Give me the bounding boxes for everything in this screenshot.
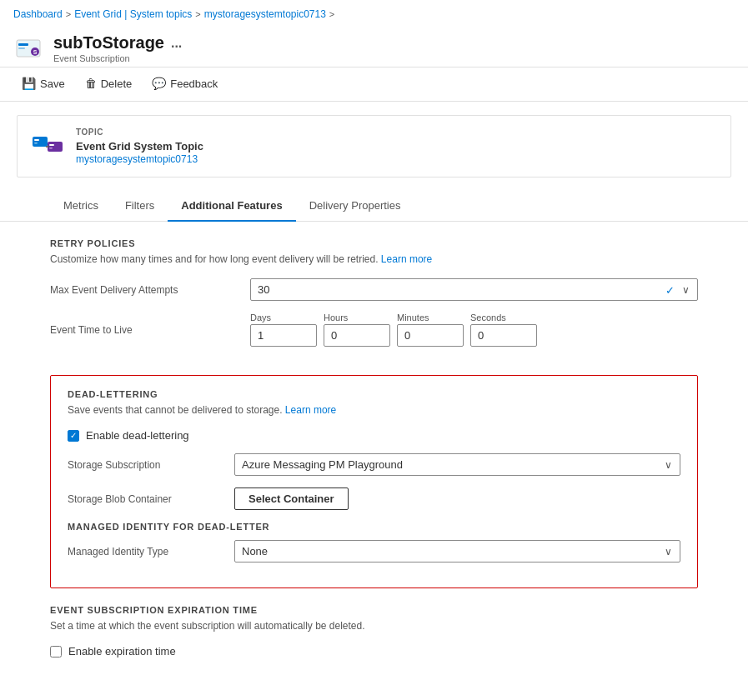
storage-sub-label: Storage Subscription <box>68 459 234 471</box>
hours-input[interactable] <box>324 324 390 347</box>
tab-filters[interactable]: Filters <box>112 191 168 222</box>
topic-card: TOPIC Event Grid System Topic mystorages… <box>17 115 731 178</box>
dead-letter-desc: Save events that cannot be delivered to … <box>68 404 680 416</box>
dead-letter-section: DEAD-LETTERING Save events that cannot b… <box>50 375 698 588</box>
identity-title: MANAGED IDENTITY FOR DEAD-LETTER <box>68 522 680 532</box>
identity-type-label: Managed Identity Type <box>68 546 234 558</box>
days-group: Days <box>250 312 317 347</box>
identity-type-control: None <box>234 540 680 562</box>
days-input[interactable] <box>250 324 317 347</box>
seconds-group: Seconds <box>470 312 537 347</box>
enable-dl-checkbox[interactable] <box>68 430 79 442</box>
max-attempts-select-wrapper: 30 ✓ <box>250 278 698 301</box>
tab-metrics[interactable]: Metrics <box>50 191 112 222</box>
expiration-section: EVENT SUBSCRIPTION EXPIRATION TIME Set a… <box>0 588 748 674</box>
topic-icon <box>31 130 64 163</box>
tabs: Metrics Filters Additional Features Deli… <box>0 191 748 222</box>
hours-group: Hours <box>324 312 390 347</box>
blob-container-label: Storage Blob Container <box>68 493 234 505</box>
svg-rect-6 <box>34 139 39 141</box>
identity-type-row: Managed Identity Type None <box>68 540 680 562</box>
delete-button[interactable]: 🗑 Delete <box>77 72 141 94</box>
page-header: S subToStorage ... Event Subscription <box>0 28 748 68</box>
subscription-icon: S <box>13 33 43 63</box>
select-container-button[interactable]: Select Container <box>234 488 349 510</box>
days-label: Days <box>250 312 317 322</box>
retry-desc: Customize how many times and for how lon… <box>50 253 698 265</box>
save-icon: 💾 <box>22 77 36 90</box>
topic-label: TOPIC <box>76 128 203 137</box>
ttl-row: Event Time to Live Days Hours Minutes <box>50 312 698 347</box>
seconds-input[interactable] <box>470 324 537 347</box>
svg-rect-5 <box>33 137 48 147</box>
save-button[interactable]: 💾 Save <box>13 72 73 94</box>
delete-icon: 🗑 <box>85 77 97 90</box>
svg-text:S: S <box>33 49 38 55</box>
topic-info: TOPIC Event Grid System Topic mystorages… <box>76 128 203 165</box>
storage-sub-row: Storage Subscription Azure Messaging PM … <box>68 453 680 476</box>
svg-rect-2 <box>18 48 25 49</box>
max-attempts-select[interactable]: 30 <box>250 278 698 301</box>
toolbar: 💾 Save 🗑 Delete 💬 Feedback <box>0 68 748 102</box>
expiration-title: EVENT SUBSCRIPTION EXPIRATION TIME <box>50 605 698 615</box>
svg-rect-8 <box>48 142 63 152</box>
retry-learn-more[interactable]: Learn more <box>381 253 432 265</box>
enable-dl-label: Enable dead-lettering <box>86 429 189 442</box>
svg-rect-1 <box>18 43 28 46</box>
storage-sub-select-wrapper: Azure Messaging PM Playground <box>234 453 680 476</box>
breadcrumb-sep-1: > <box>66 9 71 19</box>
seconds-label: Seconds <box>470 312 537 322</box>
page-title: subToStorage ... <box>53 33 182 52</box>
breadcrumb-topic[interactable]: mystoragesystemtopic0713 <box>204 8 326 20</box>
enable-dl-row: Enable dead-lettering <box>68 429 680 442</box>
enable-expiration-label: Enable expiration time <box>68 645 176 658</box>
topic-name: Event Grid System Topic <box>76 140 203 152</box>
retry-section: RETRY POLICIES Customize how many times … <box>0 222 748 375</box>
feedback-button[interactable]: 💬 Feedback <box>143 72 226 94</box>
storage-sub-control: Azure Messaging PM Playground <box>234 453 680 476</box>
ttl-control: Days Hours Minutes Seconds <box>250 312 698 347</box>
blob-container-row: Storage Blob Container Select Container <box>68 488 680 510</box>
minutes-input[interactable] <box>397 324 464 347</box>
page-subtitle: Event Subscription <box>53 53 182 63</box>
hours-label: Hours <box>324 312 390 322</box>
time-inputs: Days Hours Minutes Seconds <box>250 312 698 347</box>
identity-type-select[interactable]: None <box>234 540 680 562</box>
topic-link[interactable]: mystoragesystemtopic0713 <box>76 153 198 165</box>
tab-additional[interactable]: Additional Features <box>168 191 295 222</box>
feedback-icon: 💬 <box>152 77 166 90</box>
enable-expiration-row: Enable expiration time <box>50 645 698 658</box>
storage-sub-select[interactable]: Azure Messaging PM Playground <box>234 453 680 476</box>
blob-container-control: Select Container <box>234 488 680 510</box>
svg-rect-10 <box>49 148 53 149</box>
svg-rect-9 <box>49 144 54 146</box>
page-title-block: subToStorage ... Event Subscription <box>53 33 182 63</box>
breadcrumb: Dashboard > Event Grid | System topics >… <box>0 0 748 28</box>
dead-letter-learn-more[interactable]: Learn more <box>285 404 336 416</box>
dead-letter-title: DEAD-LETTERING <box>68 389 680 399</box>
max-attempts-control: 30 ✓ <box>250 278 698 301</box>
breadcrumb-sep-2: > <box>195 9 200 19</box>
max-attempts-label: Max Event Delivery Attempts <box>50 284 250 296</box>
max-attempts-row: Max Event Delivery Attempts 30 ✓ <box>50 278 698 301</box>
svg-rect-7 <box>34 142 38 144</box>
minutes-label: Minutes <box>397 312 464 322</box>
more-options[interactable]: ... <box>171 36 182 51</box>
breadcrumb-sep-3: > <box>329 9 334 19</box>
identity-select-wrapper: None <box>234 540 680 562</box>
minutes-group: Minutes <box>397 312 464 347</box>
breadcrumb-system-topics[interactable]: Event Grid | System topics <box>74 8 192 20</box>
expiration-desc: Set a time at which the event subscripti… <box>50 620 698 632</box>
enable-expiration-checkbox[interactable] <box>50 646 62 658</box>
retry-title: RETRY POLICIES <box>50 238 698 248</box>
tab-delivery[interactable]: Delivery Properties <box>296 191 414 222</box>
breadcrumb-dashboard[interactable]: Dashboard <box>13 8 63 20</box>
ttl-label: Event Time to Live <box>50 324 250 336</box>
